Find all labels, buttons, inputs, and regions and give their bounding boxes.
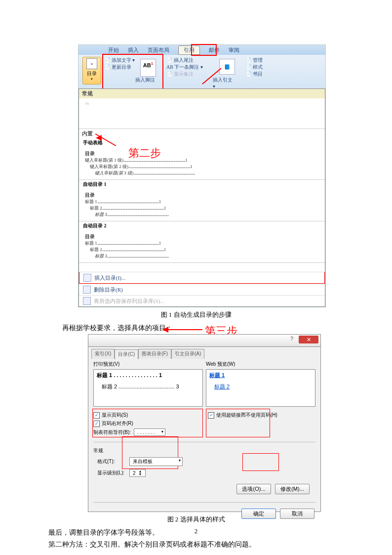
tab-home[interactable]: 开始 (108, 46, 119, 54)
manual-table-thumb[interactable]: 目录 键入章标题(第 1 级)1 键入章标题(第 2 级)1 键入章标题(第 3… (83, 148, 321, 178)
auto-toc-2-thumb[interactable]: 目录 标题 11 标题 21 标题 3 (83, 231, 321, 261)
web-preview-h2-link[interactable]: 标题 2 (214, 384, 230, 389)
panel-bottom-items: 插入目录(I)... 删除目录(R) 将所选内容保存到目录库(S)... (79, 272, 325, 306)
general-thumb[interactable]: ۱۱ (83, 99, 321, 128)
web-preview-h1-link[interactable]: 标题 1 (209, 372, 312, 379)
body-text-3: 第二种方法：交叉引用。解决个别目录页码或者标题不准确的问题。 (48, 539, 344, 551)
figure-2-toc-dialog: ? ✕ 索引(X) 目录(C) 图表目录(F) 引文目录(A) 打印预览(V) … (88, 334, 321, 512)
close-button[interactable]: ✕ (299, 336, 318, 343)
format-label: 格式(T): (93, 458, 124, 465)
options-button[interactable]: 选项(O)... (236, 484, 271, 494)
tab-insert[interactable]: 插入 (128, 46, 139, 54)
panel-general-header: 常规 (79, 89, 325, 98)
help-button[interactable]: ? (287, 336, 297, 343)
tab-review[interactable]: 审阅 (229, 46, 239, 54)
format-select[interactable]: 来自模板 (129, 457, 183, 466)
bibliography-item[interactable]: 📄 书目 (245, 71, 263, 78)
save-selection-item: 将所选内容保存到目录库(S)... (79, 295, 325, 306)
toc-button-label: 目录 (87, 71, 97, 76)
auto-toc-1-thumb[interactable]: 目录 标题 11 标题 21 标题 3 (83, 190, 321, 220)
tab-toc[interactable]: 目录(C) (115, 349, 138, 359)
ok-button[interactable]: 确定 (241, 509, 276, 519)
step2-annotation: 第二步 (128, 146, 161, 161)
doc-icon (83, 274, 91, 282)
toc-icon: ≡ (86, 58, 97, 69)
toc-dropdown-button[interactable]: ≡ 目录 ▾ (82, 57, 101, 85)
panel-builtin-header: 内置 (79, 129, 325, 138)
page-number: 2 (0, 527, 392, 535)
body-text-1: 再根据学校要求，选择具体的项目： (48, 322, 344, 334)
save-icon (83, 297, 91, 305)
auto-toc-2-label: 自动目录 2 (79, 221, 325, 230)
modify-button[interactable]: 修改(M)... (275, 484, 310, 494)
doc-remove-icon (83, 286, 91, 294)
insert-endnote-item[interactable]: 📄 插入尾注 (166, 57, 203, 64)
tab-authorities[interactable]: 引文目录(A) (171, 349, 204, 359)
web-preview-label: Web 预览(W) (206, 361, 315, 368)
endnote-group: 📄 插入尾注 AB 下一条脚注 ▾ 📄 显示备注 (166, 57, 203, 78)
tab-figures[interactable]: 图表目录(F) (138, 349, 171, 359)
dialog-titlebar: ? ✕ (88, 335, 320, 347)
auto-toc-1-label: 自动目录 1 (79, 180, 325, 189)
dialog-tabs: 索引(X) 目录(C) 图表目录(F) 引文目录(A) (88, 347, 320, 359)
tab-leader-select[interactable]: . . . . . . . (134, 428, 165, 436)
style-item[interactable]: 📄 样式 (245, 64, 263, 71)
red-highlight-step1 (191, 44, 217, 56)
print-preview-box: 标题 1 . . . . . . . . . . . . . . . 1 标题 … (93, 369, 203, 407)
web-preview-box: 标题 1 标题 2 (206, 369, 315, 407)
cancel-button[interactable]: 取消 (280, 509, 314, 519)
step1-arrow (204, 66, 229, 85)
toc-dropdown-panel: 常规 ۱۱ 内置 手动表格 目录 键入章标题(第 1 级)1 键入章标题(第 2… (78, 88, 325, 307)
show-levels-label: 显示级别(L): (93, 470, 124, 476)
figure-1-word-ribbon-screenshot: 开始 插入 页面布局 引用 邮件 审阅 ≡ 目录 ▾ 📄 添加文字 ▾ 📄 更新… (78, 44, 326, 307)
remove-toc-item[interactable]: 删除目录(R) (79, 284, 325, 295)
show-levels-spinner[interactable]: 2▲▼ (129, 469, 146, 477)
next-footnote-item[interactable]: AB 下一条脚注 ▾ (166, 64, 203, 71)
separator-2 (93, 502, 315, 503)
citation-group: 📄 管理 📄 样式 📄 书目 (245, 57, 263, 78)
ribbon-body: ≡ 目录 ▾ 📄 添加文字 ▾ 📄 更新目录 AB1 插入脚注 📄 插入尾注 A… (78, 55, 325, 88)
manual-table-label: 手动表格 (79, 138, 325, 147)
manage-sources-item[interactable]: 📄 管理 (245, 57, 263, 64)
print-preview-label: 打印预览(V) (93, 361, 203, 368)
red-highlight-hyperlink (206, 409, 270, 437)
show-notes-item: 📄 显示备注 (166, 71, 203, 78)
tab-index[interactable]: 索引(X) (91, 349, 115, 359)
red-highlight-options (242, 453, 279, 471)
figure1-caption: 图 1 自动生成目录的步骤 (48, 310, 344, 319)
insert-toc-item[interactable]: 插入目录(I)... (79, 272, 325, 284)
tab-layout[interactable]: 页面布局 (148, 46, 169, 54)
